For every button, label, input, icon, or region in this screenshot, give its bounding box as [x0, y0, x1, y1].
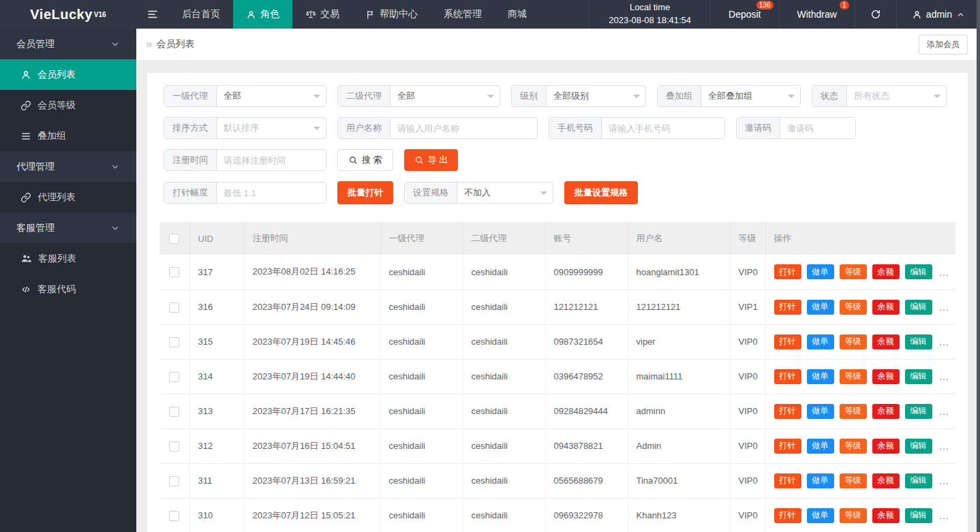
- action-edit-button[interactable]: 编辑: [905, 508, 932, 523]
- cell-uid: 315: [189, 324, 244, 359]
- sidebar-group-agent[interactable]: 代理管理: [0, 151, 136, 182]
- vertical-scrollbar[interactable]: [977, 0, 980, 532]
- action-level-button[interactable]: 等级: [840, 508, 867, 523]
- more-actions-button[interactable]: …: [939, 405, 951, 417]
- cell-uid: 316: [189, 290, 244, 324]
- action-balance-button[interactable]: 余额: [872, 300, 900, 315]
- cell-actions: 打针做单等级余额编辑…: [765, 359, 955, 394]
- action-edit-button[interactable]: 编辑: [905, 439, 932, 454]
- batch-spec-button[interactable]: 批量设置规格: [564, 181, 638, 204]
- nav-item-home[interactable]: 后台首页: [169, 0, 233, 29]
- action-order-button[interactable]: 做单: [807, 439, 834, 454]
- overlay-group-select[interactable]: 全部叠加组: [701, 86, 800, 106]
- action-level-button[interactable]: 等级: [840, 334, 867, 349]
- more-actions-button[interactable]: …: [939, 336, 951, 347]
- more-actions-button[interactable]: …: [939, 371, 951, 382]
- action-order-button[interactable]: 做单: [807, 300, 834, 315]
- action-edit-button[interactable]: 编辑: [905, 473, 932, 488]
- action-edit-button[interactable]: 编辑: [905, 300, 932, 315]
- export-button[interactable]: 导 出: [404, 149, 459, 171]
- more-actions-button[interactable]: …: [939, 301, 951, 313]
- row-checkbox[interactable]: [169, 407, 179, 417]
- action-edit-button[interactable]: 编辑: [905, 369, 932, 384]
- sidebar-item-support-list[interactable]: 客服列表: [0, 243, 136, 274]
- action-order-button[interactable]: 做单: [807, 404, 834, 419]
- action-order-button[interactable]: 做单: [807, 369, 834, 384]
- action-inject-button[interactable]: 打针: [774, 439, 801, 454]
- action-inject-button[interactable]: 打针: [774, 404, 801, 419]
- nav-item-trade[interactable]: 交易: [292, 0, 352, 29]
- more-actions-button[interactable]: …: [939, 475, 951, 486]
- nav-item-help[interactable]: 帮助中心: [352, 0, 431, 29]
- invite-code-input[interactable]: [780, 118, 855, 138]
- action-balance-button[interactable]: 余额: [872, 334, 900, 349]
- action-inject-button[interactable]: 打针: [774, 300, 801, 315]
- action-level-button[interactable]: 等级: [840, 404, 867, 419]
- inject-range-input[interactable]: [217, 183, 326, 203]
- action-order-button[interactable]: 做单: [807, 334, 834, 349]
- filter-row-1: 一级代理 全部 二级代理 全部 级别 全部级别 叠加组 全部叠加组 状态 所有状…: [164, 85, 956, 107]
- action-inject-button[interactable]: 打针: [774, 369, 801, 384]
- action-order-button[interactable]: 做单: [807, 473, 834, 488]
- more-actions-button[interactable]: …: [939, 266, 951, 278]
- sidebar-group-member[interactable]: 会员管理: [0, 29, 136, 59]
- action-balance-button[interactable]: 余额: [872, 404, 900, 419]
- action-level-button[interactable]: 等级: [840, 439, 867, 454]
- sidebar-item-member-list[interactable]: 会员列表: [0, 59, 136, 90]
- action-edit-button[interactable]: 编辑: [905, 404, 932, 419]
- row-checkbox[interactable]: [169, 511, 179, 521]
- agent2-select[interactable]: 全部: [391, 86, 500, 106]
- deposit-button[interactable]: Deposit 136: [710, 0, 778, 29]
- more-actions-button[interactable]: …: [939, 440, 951, 452]
- action-inject-button[interactable]: 打针: [774, 334, 801, 349]
- row-checkbox[interactable]: [169, 337, 179, 347]
- phone-input[interactable]: [602, 118, 724, 138]
- action-inject-button[interactable]: 打针: [774, 473, 801, 488]
- withdraw-button[interactable]: Withdraw 1: [779, 0, 855, 29]
- row-checkbox[interactable]: [169, 441, 179, 452]
- action-edit-button[interactable]: 编辑: [905, 264, 932, 279]
- action-order-button[interactable]: 做单: [807, 264, 834, 279]
- action-edit-button[interactable]: 编辑: [905, 334, 932, 349]
- sidebar-toggle-icon[interactable]: [136, 0, 169, 29]
- action-balance-button[interactable]: 余额: [872, 264, 900, 279]
- action-level-button[interactable]: 等级: [840, 264, 867, 279]
- action-level-button[interactable]: 等级: [840, 473, 867, 488]
- sidebar-item-member-level[interactable]: 会员等级: [0, 90, 136, 121]
- search-button[interactable]: 搜 索: [337, 149, 393, 171]
- spec-select[interactable]: 不加入: [457, 183, 553, 203]
- action-order-button[interactable]: 做单: [807, 508, 834, 523]
- more-actions-button[interactable]: …: [939, 510, 951, 521]
- sort-select[interactable]: 默认排序: [217, 118, 326, 138]
- status-select[interactable]: 所有状态: [847, 86, 946, 106]
- row-checkbox[interactable]: [169, 302, 179, 313]
- action-inject-button[interactable]: 打针: [774, 264, 801, 279]
- cell-username: maimai1111: [628, 359, 730, 394]
- register-time-input[interactable]: [217, 150, 326, 170]
- level-select[interactable]: 全部级别: [547, 86, 645, 106]
- action-balance-button[interactable]: 余额: [872, 439, 900, 454]
- sidebar-item-agent-list[interactable]: 代理列表: [0, 182, 136, 213]
- user-menu[interactable]: admin: [896, 0, 980, 29]
- refresh-button[interactable]: [855, 0, 896, 29]
- action-balance-button[interactable]: 余额: [872, 508, 900, 523]
- action-level-button[interactable]: 等级: [840, 369, 867, 384]
- sidebar-item-overlay-group[interactable]: 叠加组: [0, 121, 136, 151]
- action-level-button[interactable]: 等级: [840, 300, 867, 315]
- sidebar-group-support[interactable]: 客服管理: [0, 213, 136, 243]
- nav-item-role[interactable]: 角色: [233, 0, 292, 29]
- select-all-checkbox[interactable]: [169, 234, 179, 244]
- agent1-select[interactable]: 全部: [217, 86, 326, 106]
- nav-item-mall[interactable]: 商城: [495, 0, 540, 29]
- action-balance-button[interactable]: 余额: [872, 473, 900, 488]
- sidebar-item-support-code[interactable]: 客服代码: [0, 274, 136, 304]
- action-inject-button[interactable]: 打针: [774, 508, 801, 523]
- nav-item-system[interactable]: 系统管理: [431, 0, 495, 29]
- action-balance-button[interactable]: 余额: [872, 369, 900, 384]
- row-checkbox[interactable]: [169, 372, 179, 382]
- row-checkbox[interactable]: [169, 267, 179, 277]
- username-input[interactable]: [391, 118, 537, 138]
- add-member-button[interactable]: 添加会员: [919, 35, 968, 54]
- row-checkbox[interactable]: [169, 476, 179, 486]
- batch-inject-button[interactable]: 批量打针: [337, 181, 393, 204]
